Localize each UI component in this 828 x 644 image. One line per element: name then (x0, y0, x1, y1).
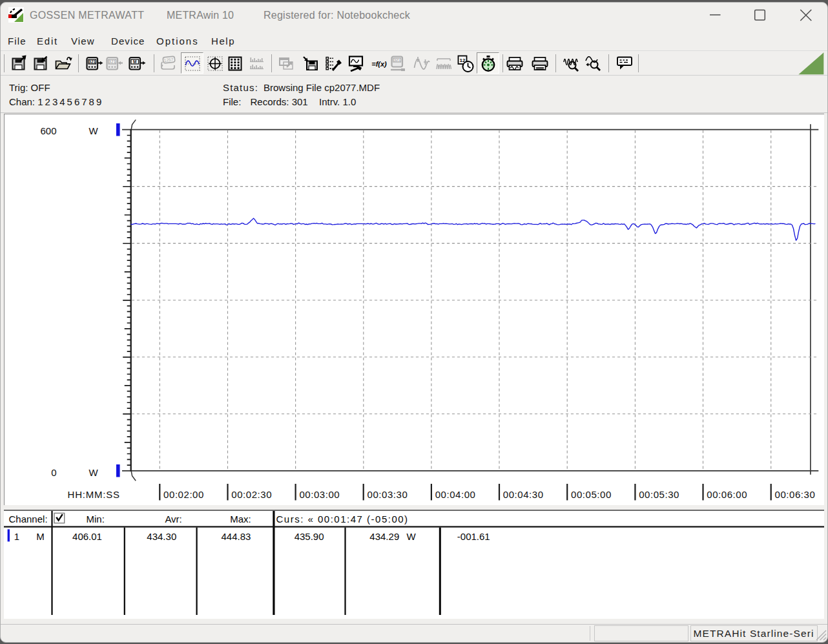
svg-text:321: 321 (394, 58, 401, 62)
svg-text:W: W (89, 125, 99, 136)
svg-text:00:02:30: 00:02:30 (231, 489, 272, 500)
svg-text:00:06:00: 00:06:00 (707, 489, 747, 500)
svg-text:Min:: Min: (87, 514, 105, 525)
svg-text:00:02:00: 00:02:00 (163, 489, 204, 500)
svg-text:600: 600 (40, 125, 56, 136)
svg-text:0: 0 (51, 467, 56, 478)
svg-text:M: M (36, 531, 45, 542)
svg-text:-001.61: -001.61 (457, 531, 490, 542)
svg-text:00:04:00: 00:04:00 (435, 489, 476, 500)
svg-text:00:05:30: 00:05:30 (639, 489, 679, 500)
svg-text:00:03:00: 00:03:00 (299, 489, 340, 500)
svg-text:=f(x): =f(x) (371, 59, 387, 67)
svg-text:00:04:30: 00:04:30 (503, 489, 544, 500)
svg-text:321: 321 (88, 59, 96, 63)
svg-text:Max:: Max: (230, 514, 251, 525)
svg-text:M: M (133, 59, 136, 63)
svg-text:321: 321 (109, 59, 116, 63)
svg-text:434.29: 434.29 (369, 531, 399, 542)
svg-text:00:03:30: 00:03:30 (367, 489, 408, 500)
svg-text:406.01: 406.01 (72, 531, 102, 542)
svg-text:00:06:30: 00:06:30 (775, 489, 816, 500)
svg-text:434.30: 434.30 (147, 531, 176, 542)
svg-text:W: W (407, 531, 417, 542)
svg-text:Avr:: Avr: (165, 514, 181, 525)
svg-text:Channel:: Channel: (9, 514, 48, 525)
svg-text:1: 1 (14, 531, 19, 542)
svg-text:Curs: « 00:01:47 (-05:00): Curs: « 00:01:47 (-05:00) (276, 514, 409, 525)
svg-text:435.90: 435.90 (295, 531, 324, 542)
svg-text:HH:MM:SS: HH:MM:SS (68, 489, 120, 500)
svg-text:W: W (89, 467, 99, 478)
svg-text:00:05:00: 00:05:00 (571, 489, 612, 500)
svg-text:444.83: 444.83 (221, 531, 251, 542)
